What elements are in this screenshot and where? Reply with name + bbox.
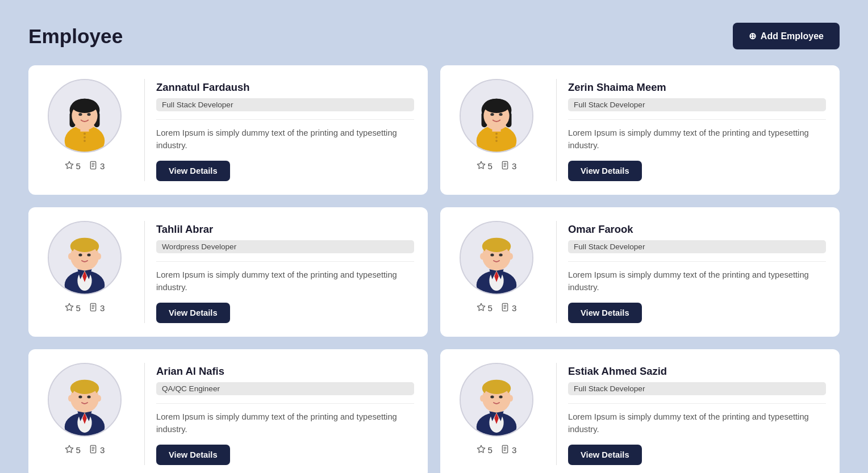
svg-point-29	[499, 113, 502, 116]
avatar	[48, 221, 122, 295]
view-details-button[interactable]: View Details	[156, 161, 230, 181]
employee-name: Estiak Ahmed Sazid	[568, 365, 826, 378]
employee-name: Zerin Shaima Meem	[568, 81, 826, 94]
employee-description: Lorem Ipsum is simply dummy text of the …	[156, 269, 414, 294]
card-right-6: Estiak Ahmed Sazid Full Stack Developer …	[568, 363, 826, 465]
employee-description: Lorem Ipsum is simply dummy text of the …	[568, 269, 826, 294]
doc-icon	[500, 303, 510, 313]
employee-card: 5 3 Tahlil Abrar Wordpress Developer Lor…	[28, 207, 428, 337]
svg-point-32	[495, 140, 498, 142]
doc-count: 3	[512, 445, 516, 455]
card-divider-horizontal	[156, 261, 414, 262]
svg-point-108	[485, 382, 509, 395]
role-badge: Wordpress Developer	[156, 240, 414, 253]
employee-card: 5 3 Estiak Ahmed Sazid Full Stack Develo…	[440, 349, 840, 473]
card-right-1: Zannatul Fardaush Full Stack Developer L…	[156, 79, 414, 181]
card-divider-vertical	[144, 79, 145, 181]
svg-point-49	[78, 254, 82, 257]
card-stats: 5 3	[65, 303, 105, 313]
svg-marker-113	[477, 446, 485, 453]
svg-point-27	[483, 99, 509, 113]
view-details-button[interactable]: View Details	[568, 445, 642, 465]
employee-grid: 5 3 Zannatul Fardaush Full Stack Develop…	[28, 65, 840, 473]
view-details-button[interactable]: View Details	[156, 445, 230, 465]
card-left-5: 5 3	[42, 363, 133, 455]
avatar	[48, 79, 122, 153]
avatar	[460, 79, 533, 153]
svg-point-10	[87, 113, 90, 116]
doc-stat: 3	[500, 303, 516, 313]
card-divider-horizontal	[568, 403, 826, 404]
star-count: 5	[488, 303, 493, 313]
star-count: 5	[488, 445, 493, 455]
card-divider-horizontal	[568, 119, 826, 120]
role-badge: Full Stack Developer	[156, 98, 414, 111]
view-details-button[interactable]: View Details	[156, 303, 230, 323]
card-stats: 5 3	[477, 445, 517, 455]
svg-point-13	[84, 140, 86, 142]
add-employee-button[interactable]: ⊕ Add Employee	[733, 23, 840, 49]
card-divider-horizontal	[568, 261, 826, 262]
star-icon	[477, 303, 486, 313]
svg-point-48	[73, 239, 97, 252]
star-count: 5	[76, 445, 81, 455]
card-stats: 5 3	[65, 445, 105, 455]
star-stat: 5	[65, 303, 81, 313]
card-right-4: Omar Farook Full Stack Developer Lorem I…	[568, 221, 826, 323]
card-divider-horizontal	[156, 403, 414, 404]
star-icon	[477, 445, 486, 455]
svg-marker-53	[65, 303, 73, 311]
doc-count: 3	[100, 445, 105, 455]
employee-card: 5 3 Arian Al Nafis QA/QC Engineer Lorem …	[28, 349, 428, 473]
svg-marker-33	[477, 161, 485, 169]
card-right-3: Tahlil Abrar Wordpress Developer Lorem I…	[156, 221, 414, 323]
svg-point-28	[490, 113, 494, 116]
doc-stat: 3	[89, 161, 105, 171]
plus-icon: ⊕	[749, 31, 756, 41]
card-right-2: Zerin Shaima Meem Full Stack Developer L…	[568, 79, 826, 181]
role-badge: QA/QC Engineer	[156, 382, 414, 395]
doc-count: 3	[512, 161, 516, 171]
role-badge: Full Stack Developer	[568, 382, 826, 395]
doc-stat: 3	[89, 303, 105, 313]
avatar	[460, 363, 533, 437]
star-count: 5	[76, 303, 81, 313]
employee-card: 5 3 Zannatul Fardaush Full Stack Develop…	[28, 65, 428, 195]
card-divider-vertical	[556, 363, 557, 465]
employee-description: Lorem Ipsum is simply dummy text of the …	[156, 411, 414, 436]
view-details-button[interactable]: View Details	[568, 303, 642, 323]
doc-icon	[89, 445, 98, 455]
svg-point-109	[490, 396, 494, 399]
view-details-button[interactable]: View Details	[568, 161, 642, 181]
employee-name: Arian Al Nafis	[156, 365, 414, 378]
employee-description: Lorem Ipsum is simply dummy text of the …	[568, 411, 826, 436]
doc-icon	[500, 445, 510, 455]
star-count: 5	[488, 161, 493, 171]
card-left-1: 5 3	[42, 79, 133, 171]
card-stats: 5 3	[477, 303, 517, 313]
avatar	[460, 221, 533, 295]
doc-count: 3	[512, 303, 516, 313]
svg-point-89	[78, 396, 82, 399]
employee-card: 5 3 Zerin Shaima Meem Full Stack Develop…	[440, 65, 840, 195]
card-left-6: 5 3	[454, 363, 545, 455]
employee-card: 5 3 Omar Farook Full Stack Developer Lor…	[440, 207, 840, 337]
star-icon	[65, 161, 74, 171]
doc-stat: 3	[89, 445, 105, 455]
doc-count: 3	[100, 303, 105, 313]
card-divider-horizontal	[156, 119, 414, 120]
svg-point-9	[78, 113, 82, 116]
svg-point-30	[495, 133, 498, 135]
doc-count: 3	[100, 161, 105, 171]
svg-point-8	[72, 99, 97, 113]
card-stats: 5 3	[477, 161, 517, 171]
role-badge: Full Stack Developer	[568, 240, 826, 253]
card-left-4: 5 3	[454, 221, 545, 313]
employee-name: Tahlil Abrar	[156, 223, 414, 236]
svg-point-11	[84, 133, 86, 135]
card-left-3: 5 3	[42, 221, 133, 313]
svg-point-50	[87, 254, 90, 257]
doc-icon	[89, 161, 98, 171]
card-divider-vertical	[556, 79, 557, 181]
page-title: Employee	[28, 25, 123, 48]
